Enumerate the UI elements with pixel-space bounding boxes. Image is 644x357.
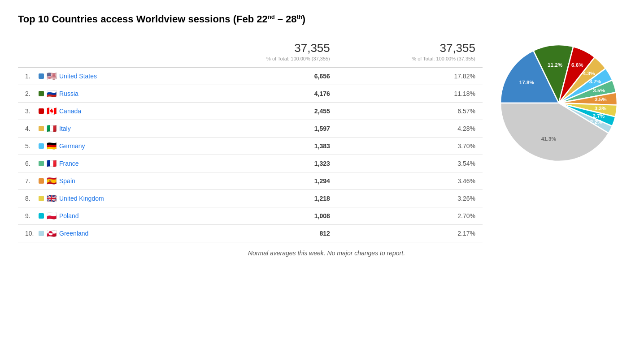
pie-label-6: 3.5% <box>595 96 607 102</box>
sessions-cell-3: 1,597 <box>192 120 337 138</box>
color-indicator-9 <box>39 231 44 236</box>
data-table-section: 37,355 % of Total: 100.00% (37,355) 37,3… <box>18 36 483 257</box>
sessions-cell-4: 1,383 <box>192 138 337 155</box>
country-cell-6: 7. 🇪🇸 Spain <box>18 172 192 190</box>
pie-label-4: 3.7% <box>589 79 601 85</box>
country-cell-3: 4. 🇮🇹 Italy <box>18 120 192 138</box>
table-row: 5. 🇩🇪 Germany 1,383 3.70% <box>18 138 483 155</box>
flag-1: 🇷🇺 <box>47 90 57 98</box>
country-name-4[interactable]: Germany <box>59 142 85 150</box>
table-row: 10. 🇬🇱 Greenland 812 2.17% <box>18 225 483 242</box>
country-name-1[interactable]: Russia <box>59 90 78 97</box>
country-name-3[interactable]: Italy <box>59 125 71 132</box>
color-indicator-7 <box>39 196 44 201</box>
col-sessions-header: 37,355 % of Total: 100.00% (37,355) <box>192 36 337 68</box>
rank-8: 9. <box>25 212 36 219</box>
flag-2: 🇨🇦 <box>47 107 57 115</box>
country-cell-8: 9. 🇵🇱 Poland <box>18 207 192 225</box>
sessions-cell-8: 1,008 <box>192 207 337 225</box>
pie-label-0: 17.8% <box>519 80 535 86</box>
sessions-cell-9: 812 <box>192 225 337 242</box>
country-name-2[interactable]: Canada <box>59 108 81 115</box>
flag-3: 🇮🇹 <box>47 125 57 133</box>
country-cell-0: 1. 🇺🇸 United States <box>18 68 192 85</box>
country-name-9[interactable]: Greenland <box>59 230 88 237</box>
country-cell-2: 3. 🇨🇦 Canada <box>18 103 192 120</box>
percent-cell-4: 3.70% <box>337 138 483 155</box>
pie-label-10: 41.3% <box>541 136 557 142</box>
rank-2: 3. <box>25 108 36 115</box>
color-indicator-5 <box>39 161 44 166</box>
col-percent-header: 37,355 % of Total: 100.00% (37,355) <box>337 36 483 68</box>
country-cell-1: 2. 🇷🇺 Russia <box>18 85 192 103</box>
percent-cell-2: 6.57% <box>337 103 483 120</box>
percent-cell-9: 2.17% <box>337 225 483 242</box>
table-row: 3. 🇨🇦 Canada 2,455 6.57% <box>18 103 483 120</box>
flag-4: 🇩🇪 <box>47 142 57 150</box>
table-row: 9. 🇵🇱 Poland 1,008 2.70% <box>18 207 483 225</box>
col-country-header <box>18 36 192 68</box>
rank-4: 5. <box>25 142 36 150</box>
country-name-7[interactable]: United Kingdom <box>59 195 104 202</box>
country-cell-4: 5. 🇩🇪 Germany <box>18 138 192 155</box>
table-row: 7. 🇪🇸 Spain 1,294 3.46% <box>18 172 483 190</box>
flag-0: 🇺🇸 <box>47 72 57 80</box>
percent-cell-1: 11.18% <box>337 85 483 103</box>
country-cell-9: 10. 🇬🇱 Greenland <box>18 225 192 242</box>
color-indicator-4 <box>39 143 44 149</box>
rank-1: 2. <box>25 90 36 97</box>
percent-cell-7: 3.26% <box>337 190 483 207</box>
percent-cell-8: 2.70% <box>337 207 483 225</box>
color-indicator-0 <box>39 73 44 79</box>
pie-label-1: 11.2% <box>548 62 563 68</box>
flag-7: 🇬🇧 <box>47 194 57 202</box>
pie-label-3: 4.3% <box>583 70 595 76</box>
percent-cell-5: 3.54% <box>337 155 483 172</box>
rank-9: 10. <box>25 230 36 237</box>
rank-5: 6. <box>25 160 36 167</box>
color-indicator-3 <box>39 126 44 131</box>
color-indicator-2 <box>39 108 44 114</box>
table-row: 4. 🇮🇹 Italy 1,597 4.28% <box>18 120 483 138</box>
rank-0: 1. <box>25 73 36 80</box>
pie-chart: 17.8%11.2%6.6%4.3%3.7%3.5%3.5%3.3%2.7%2.… <box>500 45 617 161</box>
country-name-6[interactable]: Spain <box>59 177 75 185</box>
sessions-cell-2: 2,455 <box>192 103 337 120</box>
sessions-cell-1: 4,176 <box>192 85 337 103</box>
table-row: 2. 🇷🇺 Russia 4,176 11.18% <box>18 85 483 103</box>
footer-note: Normal averages this week. No major chan… <box>18 249 483 257</box>
color-indicator-1 <box>39 91 44 96</box>
country-name-5[interactable]: France <box>59 160 79 167</box>
country-cell-5: 6. 🇫🇷 France <box>18 155 192 172</box>
color-indicator-8 <box>39 213 44 219</box>
pie-label-2: 6.6% <box>571 62 583 68</box>
flag-8: 🇵🇱 <box>47 212 57 220</box>
percent-cell-3: 4.28% <box>337 120 483 138</box>
pie-label-7: 3.3% <box>594 105 606 111</box>
flag-5: 🇫🇷 <box>47 159 57 168</box>
pie-label-5: 3.5% <box>593 87 605 93</box>
flag-9: 🇬🇱 <box>47 229 57 237</box>
page-title: Top 10 Countries access Worldview sessio… <box>18 13 626 25</box>
pie-chart-section: 17.8%11.2%6.6%4.3%3.7%3.5%3.5%3.3%2.7%2.… <box>500 36 626 161</box>
sessions-cell-6: 1,294 <box>192 172 337 190</box>
flag-6: 🇪🇸 <box>47 177 57 185</box>
rank-7: 8. <box>25 195 36 202</box>
percent-cell-6: 3.46% <box>337 172 483 190</box>
rank-6: 7. <box>25 177 36 185</box>
sessions-cell-7: 1,218 <box>192 190 337 207</box>
table-row: 8. 🇬🇧 United Kingdom 1,218 3.26% <box>18 190 483 207</box>
table-row: 6. 🇫🇷 France 1,323 3.54% <box>18 155 483 172</box>
table-row: 1. 🇺🇸 United States 6,656 17.82% <box>18 68 483 85</box>
country-name-8[interactable]: Poland <box>59 212 79 219</box>
countries-table: 37,355 % of Total: 100.00% (37,355) 37,3… <box>18 36 483 242</box>
percent-cell-0: 17.82% <box>337 68 483 85</box>
color-indicator-6 <box>39 178 44 184</box>
sessions-cell-5: 1,323 <box>192 155 337 172</box>
country-name-0[interactable]: United States <box>59 73 97 80</box>
country-cell-7: 8. 🇬🇧 United Kingdom <box>18 190 192 207</box>
sessions-cell-0: 6,656 <box>192 68 337 85</box>
rank-3: 4. <box>25 125 36 132</box>
